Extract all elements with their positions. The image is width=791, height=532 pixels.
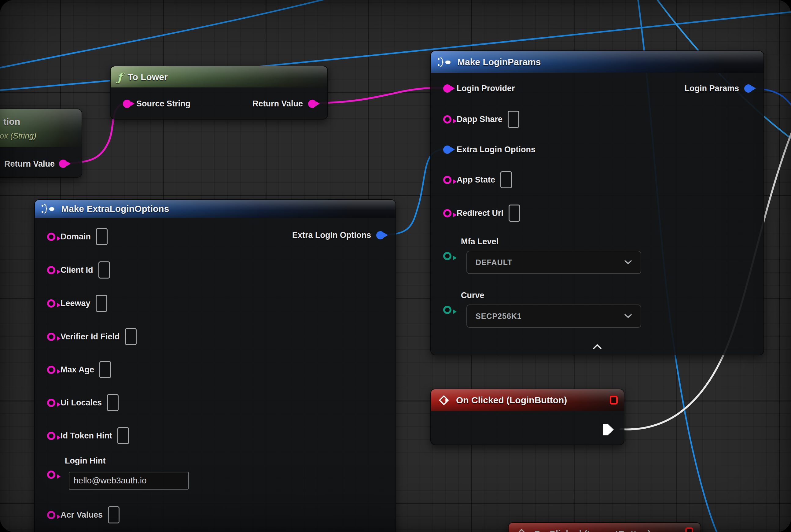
extra-login-options-in-label: Extra Login Options — [457, 145, 536, 154]
blueprint-graph-canvas[interactable]: tion ox (String) Return Value ƒ To Lower… — [0, 0, 791, 532]
collapse-node-button[interactable] — [591, 343, 604, 350]
ui-locales-field[interactable] — [107, 394, 119, 411]
row-extra-login-options-in: Extra Login Options — [443, 140, 536, 159]
id-token-hint-label: Id Token Hint — [60, 431, 112, 441]
acr-values-field[interactable] — [108, 506, 119, 524]
node-to-lower-title: To Lower — [128, 72, 168, 82]
node-make-login-params-title: Make LoginParams — [457, 57, 541, 67]
row-return-value: Return Value — [252, 94, 316, 113]
login-hint-input[interactable]: hello@web3auth.io — [69, 472, 189, 490]
exec-pin-out[interactable] — [601, 422, 615, 437]
pin-dapp-share[interactable] — [443, 115, 451, 124]
node-make-login-params-header[interactable]: Make LoginParams — [431, 51, 764, 73]
pin-client-id[interactable] — [47, 266, 55, 274]
verifier-id-field-label: Verifier Id Field — [60, 332, 120, 342]
pin-login-provider[interactable] — [443, 84, 451, 93]
mfa-level-label: Mfa Level — [461, 237, 499, 246]
node-to-lower[interactable]: ƒ To Lower Source String Return Value — [110, 66, 328, 119]
redirect-url-field[interactable] — [508, 205, 520, 222]
node-to-lower-header[interactable]: ƒ To Lower — [111, 66, 327, 88]
function-icon: ƒ — [117, 72, 122, 82]
client-id-field[interactable] — [98, 261, 110, 279]
chevron-down-icon — [624, 260, 632, 265]
return-value-label: Return Value — [252, 99, 303, 109]
row-client-id: Client Id — [47, 261, 110, 279]
pin-login-params-out[interactable] — [744, 84, 752, 93]
row-redirect-url: Redirect Url — [443, 204, 520, 222]
node-partial-function[interactable]: tion ox (String) Return Value — [0, 109, 82, 178]
partial-node-title: tion — [3, 116, 20, 127]
login-hint-label: Login Hint — [65, 456, 105, 466]
pin-id-token-hint[interactable] — [47, 432, 55, 440]
dapp-share-label: Dapp Share — [457, 115, 502, 124]
row-ui-locales: Ui Locales — [47, 394, 119, 412]
row-domain: Domain — [47, 227, 108, 246]
ui-locales-label: Ui Locales — [60, 398, 102, 407]
pin-source-string[interactable] — [123, 100, 131, 108]
make-struct-icon — [437, 57, 452, 68]
domain-field[interactable] — [96, 228, 108, 245]
row-dapp-share: Dapp Share — [443, 110, 519, 128]
id-token-hint-field[interactable] — [117, 427, 129, 444]
partial-node-subtitle: ox (String) — [0, 131, 36, 141]
pin-app-state[interactable] — [443, 176, 451, 184]
node-make-extra-login-options-title: Make ExtraLoginOptions — [61, 204, 169, 214]
node-make-extra-login-options-header[interactable]: Make ExtraLoginOptions — [35, 200, 396, 218]
app-state-field[interactable] — [500, 171, 512, 188]
delegate-pin-login[interactable] — [610, 396, 618, 404]
delegate-pin-logout[interactable] — [685, 527, 693, 532]
row-leeway: Leeway — [47, 294, 107, 312]
curve-value: SECP256K1 — [476, 312, 522, 321]
row-extra-login-options-out: Extra Login Options — [292, 226, 385, 244]
pin-curve[interactable] — [443, 306, 451, 314]
pin-extra-login-options-out[interactable] — [376, 231, 385, 240]
pin-max-age[interactable] — [47, 366, 55, 374]
node-on-clicked-login-header[interactable]: On Clicked (LoginButton) — [431, 389, 624, 411]
max-age-field[interactable] — [99, 361, 111, 378]
wire-magenta-tolower-to-provider[interactable] — [314, 88, 447, 103]
pin-extra-login-options-in[interactable] — [443, 146, 451, 154]
pin-verifier-id-field[interactable] — [47, 332, 55, 341]
node-on-clicked-login[interactable]: On Clicked (LoginButton) — [430, 388, 624, 445]
node-on-clicked-login-title: On Clicked (LoginButton) — [456, 395, 567, 405]
mfa-level-value: DEFAULT — [476, 258, 512, 267]
pin-domain[interactable] — [47, 233, 55, 241]
curve-dropdown[interactable]: SECP256K1 — [466, 305, 641, 328]
max-age-label: Max Age — [60, 365, 94, 375]
redirect-url-label: Redirect Url — [457, 209, 503, 218]
acr-values-label: Acr Values — [60, 510, 103, 520]
dapp-share-field[interactable] — [508, 111, 519, 128]
row-source-string: Source String — [123, 94, 190, 113]
pin-mfa-level[interactable] — [443, 252, 451, 260]
source-string-label: Source String — [136, 99, 190, 109]
event-icon — [516, 528, 528, 532]
pin-acr-values[interactable] — [47, 511, 55, 519]
row-login-params-out: Login Params — [684, 79, 752, 97]
node-on-clicked-logout-title: On Clicked (LogoutButton) — [534, 529, 651, 532]
mfa-level-dropdown[interactable]: DEFAULT — [466, 251, 641, 274]
login-hint-value: hello@web3auth.io — [74, 476, 147, 486]
leeway-field[interactable] — [96, 295, 107, 312]
row-id-token-hint: Id Token Hint — [47, 426, 129, 445]
login-provider-label: Login Provider — [457, 84, 515, 93]
node-make-login-params[interactable]: Make LoginParams Login Provider Login Pa… — [430, 51, 764, 355]
blueprint-editor: tion ox (String) Return Value ƒ To Lower… — [0, 0, 791, 532]
verifier-id-field-field[interactable] — [125, 328, 137, 345]
wire-blue-diagonal-1[interactable] — [0, 0, 336, 69]
partial-return-value-label: Return Value — [0, 159, 55, 169]
row-verifier-id-field: Verifier Id Field — [47, 327, 137, 346]
pin-login-hint[interactable] — [47, 471, 55, 479]
node-partial-function-header[interactable] — [0, 109, 82, 147]
node-on-clicked-logout[interactable]: On Clicked (LogoutButton) — [508, 522, 701, 532]
pin-ui-locales[interactable] — [47, 399, 55, 407]
pin-redirect-url[interactable] — [443, 209, 451, 217]
pin-return-value[interactable] — [308, 100, 316, 108]
pin-leeway[interactable] — [47, 299, 55, 308]
node-on-clicked-logout-header[interactable]: On Clicked (LogoutButton) — [508, 523, 700, 532]
leeway-label: Leeway — [60, 299, 91, 308]
row-acr-values: Acr Values — [47, 506, 119, 524]
pin-partial-return-value[interactable] — [59, 159, 67, 168]
extra-login-options-out-label: Extra Login Options — [292, 230, 371, 240]
node-make-extra-login-options[interactable]: Make ExtraLoginOptions Extra Login Optio… — [34, 200, 396, 532]
client-id-label: Client Id — [60, 265, 93, 275]
